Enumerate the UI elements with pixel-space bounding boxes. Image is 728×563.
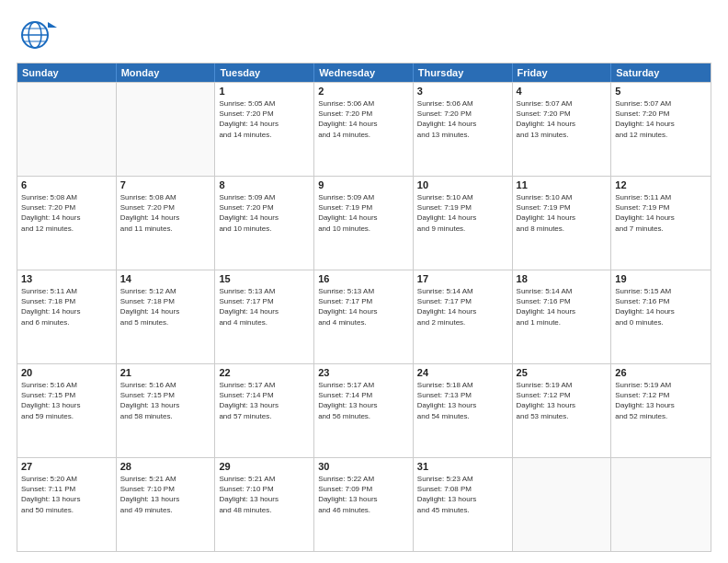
day-info: Sunrise: 5:12 AM Sunset: 7:18 PM Dayligh… — [120, 286, 211, 327]
day-number: 16 — [318, 273, 409, 284]
day-number: 19 — [615, 273, 707, 284]
calendar-cell: 16Sunrise: 5:13 AM Sunset: 7:17 PM Dayli… — [314, 270, 414, 363]
day-number: 25 — [517, 367, 608, 378]
calendar-cell: 14Sunrise: 5:12 AM Sunset: 7:18 PM Dayli… — [117, 270, 216, 363]
header — [17, 15, 711, 55]
page: SundayMondayTuesdayWednesdayThursdayFrid… — [0, 0, 728, 563]
day-info: Sunrise: 5:21 AM Sunset: 7:10 PM Dayligh… — [120, 474, 211, 515]
calendar-cell: 22Sunrise: 5:17 AM Sunset: 7:14 PM Dayli… — [215, 364, 314, 457]
day-number: 2 — [318, 86, 409, 97]
day-info: Sunrise: 5:05 AM Sunset: 7:20 PM Dayligh… — [219, 98, 310, 140]
day-header-saturday: Saturday — [611, 63, 711, 82]
day-number: 7 — [120, 179, 211, 190]
calendar-cell: 28Sunrise: 5:21 AM Sunset: 7:10 PM Dayli… — [117, 458, 216, 551]
day-number: 12 — [615, 179, 707, 190]
calendar-cell: 24Sunrise: 5:18 AM Sunset: 7:13 PM Dayli… — [414, 364, 513, 457]
calendar-cell: 7Sunrise: 5:08 AM Sunset: 7:20 PM Daylig… — [117, 177, 216, 270]
day-number: 13 — [21, 273, 112, 284]
calendar-row-4: 27Sunrise: 5:20 AM Sunset: 7:11 PM Dayli… — [17, 457, 711, 551]
day-number: 15 — [219, 273, 310, 284]
day-info: Sunrise: 5:21 AM Sunset: 7:10 PM Dayligh… — [219, 474, 310, 515]
calendar-header: SundayMondayTuesdayWednesdayThursdayFrid… — [17, 63, 711, 82]
calendar-cell: 29Sunrise: 5:21 AM Sunset: 7:10 PM Dayli… — [215, 458, 314, 551]
day-info: Sunrise: 5:11 AM Sunset: 7:19 PM Dayligh… — [615, 192, 707, 234]
day-number: 30 — [318, 461, 409, 472]
day-info: Sunrise: 5:10 AM Sunset: 7:19 PM Dayligh… — [417, 192, 508, 234]
calendar-cell: 17Sunrise: 5:14 AM Sunset: 7:17 PM Dayli… — [414, 270, 513, 363]
day-number: 23 — [318, 367, 409, 378]
day-header-tuesday: Tuesday — [215, 63, 314, 82]
logo — [17, 15, 57, 55]
day-info: Sunrise: 5:16 AM Sunset: 7:15 PM Dayligh… — [120, 380, 211, 421]
calendar-row-1: 6Sunrise: 5:08 AM Sunset: 7:20 PM Daylig… — [17, 176, 711, 270]
calendar-cell — [117, 83, 216, 176]
calendar-cell: 11Sunrise: 5:10 AM Sunset: 7:19 PM Dayli… — [513, 177, 612, 270]
day-info: Sunrise: 5:20 AM Sunset: 7:11 PM Dayligh… — [21, 474, 112, 515]
svg-marker-5 — [48, 22, 57, 28]
calendar-cell: 18Sunrise: 5:14 AM Sunset: 7:16 PM Dayli… — [513, 270, 612, 363]
day-number: 29 — [219, 461, 310, 472]
calendar-row-0: 1Sunrise: 5:05 AM Sunset: 7:20 PM Daylig… — [17, 82, 711, 176]
day-header-sunday: Sunday — [17, 63, 117, 82]
calendar-cell: 8Sunrise: 5:09 AM Sunset: 7:20 PM Daylig… — [215, 177, 314, 270]
calendar-cell: 23Sunrise: 5:17 AM Sunset: 7:14 PM Dayli… — [314, 364, 414, 457]
calendar-cell: 9Sunrise: 5:09 AM Sunset: 7:19 PM Daylig… — [314, 177, 414, 270]
day-number: 11 — [517, 179, 608, 190]
calendar-cell: 21Sunrise: 5:16 AM Sunset: 7:15 PM Dayli… — [117, 364, 216, 457]
day-number: 21 — [120, 367, 211, 378]
day-number: 3 — [417, 86, 508, 97]
day-number: 6 — [21, 179, 112, 190]
day-info: Sunrise: 5:06 AM Sunset: 7:20 PM Dayligh… — [318, 98, 409, 140]
calendar-cell — [611, 458, 711, 551]
calendar-cell: 25Sunrise: 5:19 AM Sunset: 7:12 PM Dayli… — [513, 364, 612, 457]
calendar-cell: 4Sunrise: 5:07 AM Sunset: 7:20 PM Daylig… — [513, 83, 612, 176]
day-number: 27 — [21, 461, 112, 472]
calendar: SundayMondayTuesdayWednesdayThursdayFrid… — [17, 63, 711, 552]
day-number: 20 — [21, 367, 112, 378]
day-info: Sunrise: 5:17 AM Sunset: 7:14 PM Dayligh… — [219, 380, 310, 421]
calendar-cell: 1Sunrise: 5:05 AM Sunset: 7:20 PM Daylig… — [215, 83, 314, 176]
calendar-cell: 10Sunrise: 5:10 AM Sunset: 7:19 PM Dayli… — [414, 177, 513, 270]
calendar-row-2: 13Sunrise: 5:11 AM Sunset: 7:18 PM Dayli… — [17, 270, 711, 363]
day-number: 4 — [517, 86, 608, 97]
calendar-cell — [513, 458, 612, 551]
calendar-cell: 6Sunrise: 5:08 AM Sunset: 7:20 PM Daylig… — [17, 177, 117, 270]
day-info: Sunrise: 5:07 AM Sunset: 7:20 PM Dayligh… — [615, 98, 707, 140]
calendar-cell: 15Sunrise: 5:13 AM Sunset: 7:17 PM Dayli… — [215, 270, 314, 363]
day-info: Sunrise: 5:22 AM Sunset: 7:09 PM Dayligh… — [318, 474, 409, 515]
calendar-cell: 30Sunrise: 5:22 AM Sunset: 7:09 PM Dayli… — [314, 458, 414, 551]
calendar-cell: 2Sunrise: 5:06 AM Sunset: 7:20 PM Daylig… — [314, 83, 414, 176]
day-info: Sunrise: 5:08 AM Sunset: 7:20 PM Dayligh… — [21, 192, 112, 234]
day-number: 18 — [517, 273, 608, 284]
day-number: 22 — [219, 367, 310, 378]
calendar-cell: 13Sunrise: 5:11 AM Sunset: 7:18 PM Dayli… — [17, 270, 117, 363]
day-header-wednesday: Wednesday — [314, 63, 414, 82]
day-info: Sunrise: 5:18 AM Sunset: 7:13 PM Dayligh… — [417, 380, 508, 421]
day-number: 17 — [417, 273, 508, 284]
calendar-cell: 20Sunrise: 5:16 AM Sunset: 7:15 PM Dayli… — [17, 364, 117, 457]
day-number: 10 — [417, 179, 508, 190]
day-number: 5 — [615, 86, 707, 97]
day-info: Sunrise: 5:09 AM Sunset: 7:19 PM Dayligh… — [318, 192, 409, 234]
day-info: Sunrise: 5:10 AM Sunset: 7:19 PM Dayligh… — [517, 192, 608, 234]
day-number: 26 — [615, 367, 707, 378]
day-number: 1 — [219, 86, 310, 97]
calendar-cell: 26Sunrise: 5:19 AM Sunset: 7:12 PM Dayli… — [611, 364, 711, 457]
day-info: Sunrise: 5:15 AM Sunset: 7:16 PM Dayligh… — [615, 286, 707, 327]
day-number: 9 — [318, 179, 409, 190]
calendar-cell — [17, 83, 117, 176]
day-info: Sunrise: 5:14 AM Sunset: 7:17 PM Dayligh… — [417, 286, 508, 327]
day-header-friday: Friday — [513, 63, 612, 82]
day-info: Sunrise: 5:19 AM Sunset: 7:12 PM Dayligh… — [615, 380, 707, 421]
calendar-cell: 27Sunrise: 5:20 AM Sunset: 7:11 PM Dayli… — [17, 458, 117, 551]
day-header-thursday: Thursday — [414, 63, 513, 82]
day-info: Sunrise: 5:13 AM Sunset: 7:17 PM Dayligh… — [318, 286, 409, 327]
day-info: Sunrise: 5:19 AM Sunset: 7:12 PM Dayligh… — [517, 380, 608, 421]
day-info: Sunrise: 5:23 AM Sunset: 7:08 PM Dayligh… — [417, 474, 508, 515]
day-info: Sunrise: 5:16 AM Sunset: 7:15 PM Dayligh… — [21, 380, 112, 421]
day-info: Sunrise: 5:09 AM Sunset: 7:20 PM Dayligh… — [219, 192, 310, 234]
day-number: 8 — [219, 179, 310, 190]
calendar-cell: 31Sunrise: 5:23 AM Sunset: 7:08 PM Dayli… — [414, 458, 513, 551]
day-info: Sunrise: 5:14 AM Sunset: 7:16 PM Dayligh… — [517, 286, 608, 327]
day-info: Sunrise: 5:13 AM Sunset: 7:17 PM Dayligh… — [219, 286, 310, 327]
